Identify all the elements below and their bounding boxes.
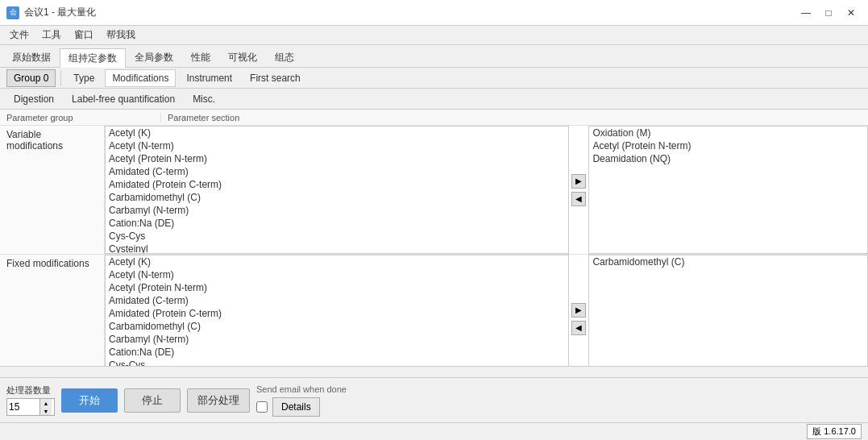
fixed-right-list: Carbamidomethyl (C) [588, 255, 868, 366]
sub-tab-bar-1: Group 0 Type Modifications Instrument Fi… [0, 68, 868, 89]
details-row: Details [256, 397, 347, 417]
list-item[interactable]: Cys-Cys [106, 359, 568, 366]
list-item[interactable]: Amidated (Protein C-term) [106, 307, 568, 320]
list-item[interactable]: Amidated (Protein C-term) [106, 178, 568, 191]
fixed-modifications-label: Fixed modifications [0, 255, 105, 366]
version-box: 版 1.6.17.0 [807, 424, 862, 439]
window-controls: — □ ✕ [795, 5, 862, 21]
version-text: 版 1.6.17.0 [812, 426, 856, 436]
list-item[interactable]: Acetyl (K) [106, 255, 568, 268]
tab-raw-data[interactable]: 原始数据 [3, 48, 60, 67]
list-item[interactable]: Carbamidomethyl (C) [106, 320, 568, 333]
email-section: Send email when done Details [256, 384, 347, 417]
list-item[interactable]: Carbamyl (N-term) [106, 204, 568, 217]
variable-left-list-inner[interactable]: Acetyl (K)Acetyl (N-term)Acetyl (Protein… [106, 127, 568, 253]
list-item[interactable]: Amidated (C-term) [106, 165, 568, 178]
sub-tab-bar-2: Digestion Label-free quantification Misc… [0, 89, 868, 110]
email-checkbox[interactable] [256, 401, 268, 413]
start-button[interactable]: 开始 [61, 388, 118, 413]
fixed-modifications-row: Fixed modifications Acetyl (K)Acetyl (N-… [0, 255, 868, 366]
spinner-buttons: ▲ ▼ [39, 399, 52, 415]
minimize-button[interactable]: — [795, 5, 816, 21]
sub-tab-instrument[interactable]: Instrument [179, 69, 239, 87]
param-group-label: Parameter group [0, 113, 161, 122]
list-item[interactable]: Acetyl (K) [106, 127, 568, 139]
menu-bar: 文件 工具 窗口 帮我我 [0, 26, 868, 45]
sub-tab-label-free[interactable]: Label-free quantification [64, 90, 182, 108]
list-item[interactable]: Amidated (C-term) [106, 294, 568, 307]
variable-remove-arrow[interactable]: ◀ [571, 192, 586, 206]
sub-tab-type[interactable]: Type [66, 69, 102, 87]
thread-label: 处理器数量 [6, 384, 55, 396]
tab-group-params[interactable]: 组持定参数 [60, 48, 126, 68]
variable-modifications-row: Variable modifications Acetyl (K)Acetyl … [0, 126, 868, 255]
list-item[interactable]: Carbamidomethyl (C) [106, 191, 568, 204]
spin-down-button[interactable]: ▼ [40, 407, 52, 415]
sub-tab-digestion[interactable]: Digestion [6, 90, 61, 108]
list-item[interactable]: Carbamidomethyl (C) [589, 255, 867, 268]
title-left: 会 会议1 - 最大量化 [6, 6, 96, 19]
details-button[interactable]: Details [272, 397, 320, 417]
close-button[interactable]: ✕ [841, 5, 862, 21]
title-bar: 会 会议1 - 最大量化 — □ ✕ [0, 0, 868, 26]
email-label: Send email when done [256, 384, 347, 394]
separator [60, 70, 61, 86]
tab-performance[interactable]: 性能 [182, 48, 219, 67]
list-item[interactable]: Acetyl (N-term) [106, 139, 568, 152]
list-item[interactable]: Cys-Cys [106, 230, 568, 243]
sub-tab-first-search[interactable]: First search [243, 69, 308, 87]
variable-add-arrow[interactable]: ▶ [571, 174, 586, 189]
list-item[interactable]: Acetyl (Protein N-term) [589, 139, 867, 152]
version-bar: 版 1.6.17.0 [0, 422, 868, 440]
variable-left-list: Acetyl (K)Acetyl (N-term)Acetyl (Protein… [105, 126, 569, 254]
variable-right-list: Oxidation (M)Acetyl (Protein N-term)Deam… [588, 126, 868, 254]
app-title: 会议1 - 最大量化 [24, 6, 96, 19]
group-button[interactable]: Group 0 [6, 69, 56, 87]
panels-area: Variable modifications Acetyl (K)Acetyl … [0, 126, 868, 366]
sub-tab-modifications[interactable]: Modifications [105, 69, 176, 87]
fixed-right-list-inner[interactable]: Carbamidomethyl (C) [589, 255, 867, 366]
maximize-button[interactable]: □ [818, 5, 839, 21]
list-item[interactable]: Cysteinyl [106, 243, 568, 253]
fixed-left-list-inner[interactable]: Acetyl (K)Acetyl (N-term)Acetyl (Protein… [106, 255, 568, 366]
thread-input-wrap: ▲ ▼ [6, 398, 55, 416]
partial-button[interactable]: 部分处理 [187, 388, 250, 413]
thread-input[interactable] [7, 401, 39, 413]
param-header: Parameter group Parameter section [0, 110, 868, 126]
tab-global-params[interactable]: 全局参数 [126, 48, 182, 67]
spin-up-button[interactable]: ▲ [40, 399, 52, 407]
sub-tab-misc[interactable]: Misc. [185, 90, 222, 108]
list-item[interactable]: Cation:Na (DE) [106, 346, 568, 359]
variable-left-panel: Acetyl (K)Acetyl (N-term)Acetyl (Protein… [105, 126, 868, 254]
param-section-label: Parameter section [161, 113, 246, 122]
fixed-left-list: Acetyl (K)Acetyl (N-term)Acetyl (Protein… [105, 255, 569, 366]
fixed-add-arrow[interactable]: ▶ [571, 303, 586, 318]
menu-file[interactable]: 文件 [3, 27, 35, 44]
app-window: 会 会议1 - 最大量化 — □ ✕ 文件 工具 窗口 帮我我 原始数据 组持定… [0, 0, 868, 440]
stop-button[interactable]: 停止 [124, 388, 181, 413]
list-item[interactable]: Deamidation (NQ) [589, 152, 867, 165]
thread-section: 处理器数量 ▲ ▼ [6, 384, 55, 416]
variable-right-list-inner[interactable]: Oxidation (M)Acetyl (Protein N-term)Deam… [589, 127, 867, 253]
list-item[interactable]: Oxidation (M) [589, 127, 867, 139]
menu-window[interactable]: 窗口 [68, 27, 100, 44]
variable-modifications-label: Variable modifications [0, 126, 105, 254]
tab-visualize[interactable]: 可视化 [219, 48, 266, 67]
tab-config[interactable]: 组态 [266, 48, 303, 67]
variable-arrow-panel: ▶ ◀ [569, 126, 588, 254]
list-item[interactable]: Acetyl (Protein N-term) [106, 281, 568, 294]
fixed-left-panel: Acetyl (K)Acetyl (N-term)Acetyl (Protein… [105, 255, 868, 366]
menu-tools[interactable]: 工具 [35, 27, 68, 44]
main-tab-bar: 原始数据 组持定参数 全局参数 性能 可视化 组态 [0, 45, 868, 68]
app-icon: 会 [6, 6, 19, 19]
fixed-remove-arrow[interactable]: ◀ [571, 321, 586, 335]
menu-help[interactable]: 帮我我 [100, 27, 142, 44]
fixed-arrow-panel: ▶ ◀ [569, 255, 588, 366]
list-item[interactable]: Cation:Na (DE) [106, 217, 568, 230]
bottom-area: 处理器数量 ▲ ▼ 开始 停止 部分处理 Send email when don… [0, 377, 868, 422]
horizontal-scrollbar[interactable] [0, 366, 868, 377]
list-item[interactable]: Carbamyl (N-term) [106, 333, 568, 346]
list-item[interactable]: Acetyl (N-term) [106, 268, 568, 281]
list-item[interactable]: Acetyl (Protein N-term) [106, 152, 568, 165]
